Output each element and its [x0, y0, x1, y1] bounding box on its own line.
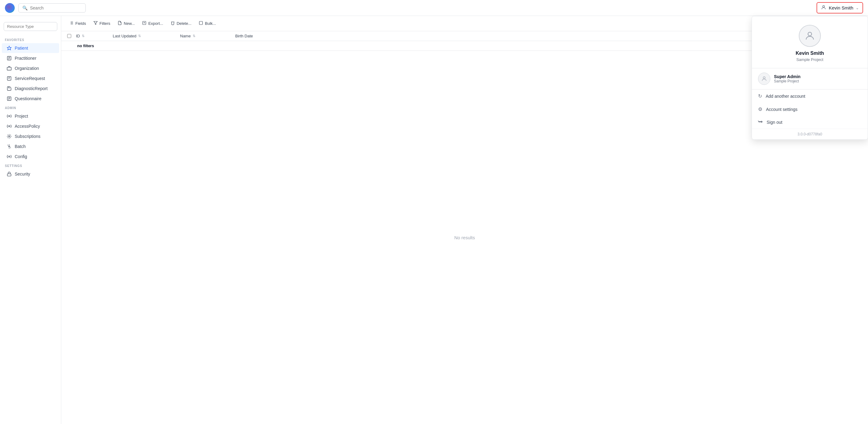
- user-menu-button[interactable]: Kevin Smith ⌄: [816, 2, 863, 13]
- col-birth-date-label: Birth Date: [235, 34, 253, 38]
- sidebar-item-subscriptions[interactable]: Subscriptions: [2, 131, 59, 141]
- sidebar: FAVORITES Patient Practitioner: [0, 16, 61, 424]
- settings-icon: ⚙: [758, 106, 762, 112]
- svg-marker-26: [94, 22, 97, 25]
- col-last-updated-label: Last Updated: [113, 34, 136, 38]
- svg-point-32: [763, 77, 765, 79]
- sidebar-item-practitioner-label: Practitioner: [15, 56, 36, 61]
- search-input[interactable]: [30, 5, 82, 10]
- topbar: 🔍 Kevin Smith ⌄: [0, 0, 868, 16]
- svg-point-31: [808, 32, 812, 36]
- search-box[interactable]: 🔍: [19, 3, 86, 12]
- filters-icon: [93, 21, 98, 26]
- sidebar-item-organization[interactable]: Organization: [2, 63, 59, 73]
- delete-button[interactable]: Delete...: [167, 19, 194, 28]
- toolbar: Fields Filters New...: [61, 16, 868, 31]
- dropdown-user-project: Sample Project: [796, 57, 823, 62]
- topbar-left: 🔍: [5, 3, 86, 13]
- sign-out-label: Sign out: [767, 120, 782, 125]
- svg-point-16: [8, 136, 10, 137]
- practitioner-icon: [7, 56, 12, 61]
- sign-out-icon: ⮩: [758, 119, 763, 125]
- sidebar-item-patient-label: Patient: [15, 46, 28, 51]
- sidebar-item-project[interactable]: Project: [2, 111, 59, 121]
- sidebar-item-diagnostic-report-label: DiagnosticReport: [15, 86, 48, 91]
- fields-button[interactable]: Fields: [66, 19, 89, 28]
- export-label: Export...: [148, 21, 163, 26]
- sidebar-item-access-policy[interactable]: AccessPolicy: [2, 121, 59, 131]
- user-dropdown: Kevin Smith Sample Project Super Admin S…: [752, 16, 868, 140]
- sidebar-item-batch-label: Batch: [15, 144, 26, 149]
- questionnaire-icon: [7, 96, 12, 101]
- delete-icon: [170, 21, 175, 26]
- fields-label: Fields: [75, 21, 86, 26]
- sidebar-item-subscriptions-label: Subscriptions: [15, 134, 40, 139]
- add-another-account-item[interactable]: ↻ Add another account: [752, 89, 868, 103]
- sidebar-item-organization-label: Organization: [15, 66, 39, 71]
- version-text: 3.0.0-d0778fa0: [752, 129, 868, 140]
- chevron-down-icon: ⌄: [856, 6, 859, 10]
- no-results-text: No results: [454, 235, 475, 240]
- sidebar-item-service-request-label: ServiceRequest: [15, 76, 45, 81]
- select-all-checkbox[interactable]: [66, 34, 72, 38]
- svg-point-18: [8, 156, 10, 157]
- search-icon: 🔍: [22, 5, 28, 10]
- sidebar-item-security[interactable]: Security: [2, 169, 59, 179]
- bulk-button[interactable]: Bulk...: [196, 19, 219, 28]
- col-birth-date-header[interactable]: Birth Date: [235, 34, 253, 38]
- bulk-icon: [199, 21, 203, 26]
- sidebar-item-batch[interactable]: Batch: [2, 142, 59, 151]
- sidebar-item-practitioner[interactable]: Practitioner: [2, 53, 59, 63]
- sign-out-item[interactable]: ⮩ Sign out: [752, 116, 868, 129]
- super-admin-name: Super Admin: [774, 74, 801, 79]
- no-results-message: No results: [61, 51, 868, 424]
- table-header: ID ⇅ Last Updated ⇅ Name ⇅ Birth Date: [61, 31, 868, 41]
- svg-marker-1: [7, 46, 11, 50]
- project-icon: [7, 114, 12, 119]
- new-label: New...: [124, 21, 135, 26]
- super-admin-avatar: [758, 72, 770, 85]
- add-account-icon: ↻: [758, 93, 762, 99]
- resource-type-input[interactable]: [4, 22, 57, 31]
- no-filters-row: no filters: [61, 41, 868, 51]
- organization-icon: [7, 66, 12, 71]
- main-content: Fields Filters New...: [61, 16, 868, 424]
- add-account-label: Add another account: [766, 94, 805, 99]
- col-last-updated-header[interactable]: Last Updated ⇅: [113, 34, 180, 38]
- super-admin-account-row[interactable]: Super Admin Sample Project: [752, 68, 868, 89]
- sidebar-item-patient[interactable]: Patient: [2, 43, 59, 53]
- fields-icon: [69, 21, 73, 26]
- sidebar-item-questionnaire[interactable]: Questionnaire: [2, 94, 59, 103]
- sidebar-item-service-request[interactable]: ServiceRequest: [2, 73, 59, 83]
- subscriptions-icon: [7, 134, 12, 139]
- admin-section-label: ADMIN: [0, 104, 61, 111]
- filters-button[interactable]: Filters: [90, 19, 113, 28]
- svg-rect-19: [7, 174, 11, 176]
- account-settings-item[interactable]: ⚙ Account settings: [752, 103, 868, 116]
- col-name-header[interactable]: Name ⇅: [180, 34, 235, 38]
- sidebar-item-config-label: Config: [15, 154, 27, 159]
- user-avatar-icon: [821, 5, 826, 11]
- sidebar-item-diagnostic-report[interactable]: DiagnosticReport: [2, 84, 59, 93]
- export-icon: [142, 21, 146, 26]
- service-request-icon: [7, 76, 12, 81]
- col-last-updated-sort-icon: ⇅: [138, 34, 141, 38]
- no-filters-text: no filters: [77, 43, 94, 48]
- svg-point-15: [8, 126, 10, 127]
- sidebar-item-security-label: Security: [15, 172, 30, 177]
- config-icon: [7, 154, 12, 159]
- favorites-section-label: FAVORITES: [0, 36, 61, 43]
- sidebar-item-access-policy-label: AccessPolicy: [15, 124, 40, 129]
- col-name-sort-icon: ⇅: [193, 34, 195, 38]
- sidebar-item-config[interactable]: Config: [2, 152, 59, 161]
- new-button[interactable]: New...: [115, 19, 138, 28]
- svg-rect-6: [7, 67, 11, 70]
- app-layout: FAVORITES Patient Practitioner: [0, 16, 868, 424]
- col-id-header[interactable]: ID ⇅: [76, 34, 113, 38]
- svg-rect-30: [199, 22, 203, 25]
- dropdown-user-name: Kevin Smith: [796, 51, 824, 56]
- app-logo[interactable]: [5, 3, 15, 13]
- filters-label: Filters: [99, 21, 110, 26]
- svg-point-0: [823, 5, 825, 7]
- export-button[interactable]: Export...: [139, 19, 166, 28]
